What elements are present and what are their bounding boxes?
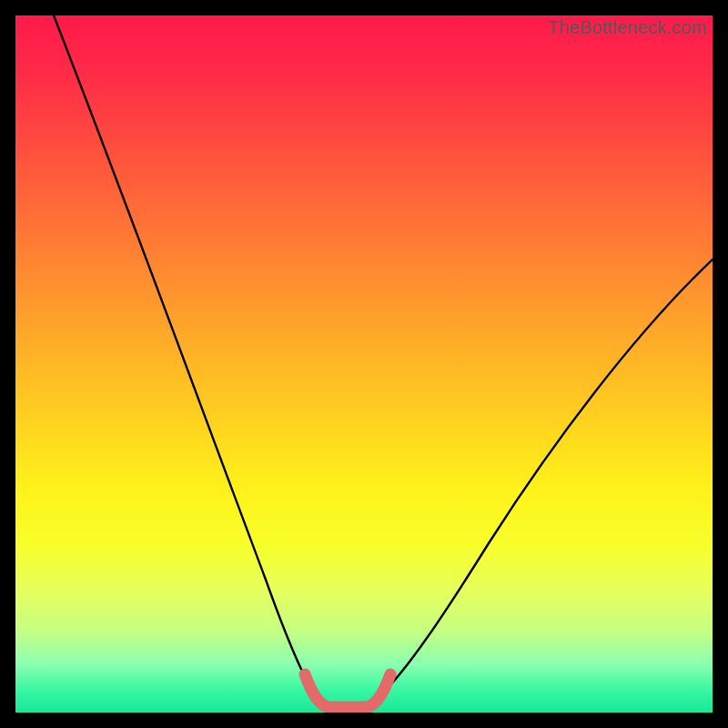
bottleneck-curve-svg <box>15 15 713 713</box>
chart-frame: TheBottleneck.com <box>0 0 728 728</box>
curve-left-arm <box>54 15 316 696</box>
curve-right-arm <box>379 259 713 696</box>
valley-highlight <box>305 674 390 707</box>
chart-plot-area: TheBottleneck.com <box>15 15 713 713</box>
